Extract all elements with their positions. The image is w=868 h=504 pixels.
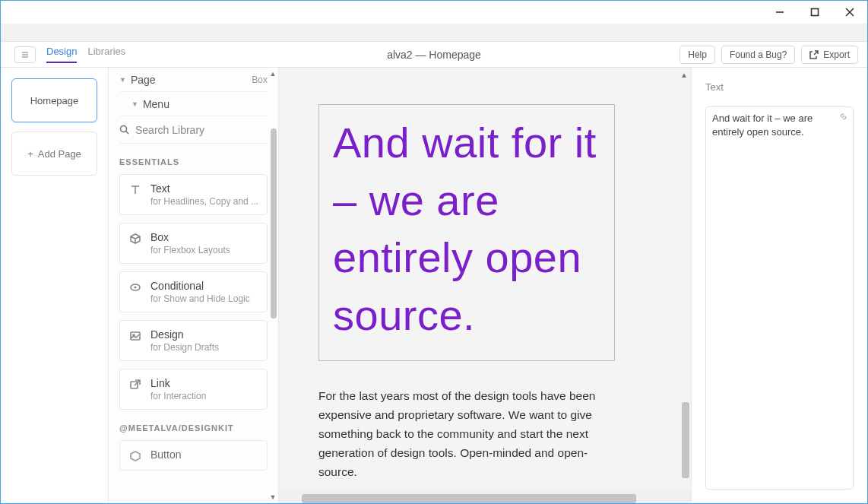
scroll-down-icon[interactable]: ▼ — [269, 493, 277, 501]
export-icon — [809, 50, 819, 59]
component-title: Text — [150, 182, 258, 195]
component-title: Box — [150, 231, 230, 243]
component-sub: for Interaction — [150, 391, 206, 401]
canvas-horizontal-scrollbar[interactable] — [302, 494, 636, 503]
add-page-button[interactable]: + Add Page — [11, 132, 97, 176]
library-scrollbar[interactable] — [271, 128, 277, 319]
svg-point-10 — [135, 287, 137, 289]
component-text[interactable]: Text for Headlines, Copy and ... — [119, 174, 268, 215]
component-sub: for Show and Hide Logic — [150, 293, 250, 304]
help-button[interactable]: Help — [680, 46, 715, 64]
prop-text-field[interactable]: And wait for it – we are entirely open s… — [705, 106, 854, 490]
search-icon — [119, 125, 129, 135]
minimize-button[interactable] — [762, 1, 797, 24]
svg-point-7 — [121, 126, 127, 132]
tab-libraries[interactable]: Libraries — [87, 46, 125, 63]
canvas-horizontal-scrollbar-track — [279, 490, 691, 503]
scroll-up-icon[interactable]: ▲ — [269, 70, 277, 78]
component-sub: for Flexbox Layouts — [150, 245, 230, 255]
properties-panel: Text And wait for it – we are entirely o… — [691, 68, 867, 503]
tree-row-page[interactable]: ▼ Page Box — [119, 68, 268, 92]
minimize-icon — [775, 8, 784, 17]
tree-page-label: Page — [131, 74, 156, 86]
component-conditional[interactable]: Conditional for Show and Hide Logic — [119, 271, 268, 312]
prop-text-value: And wait for it – we are entirely open s… — [712, 113, 813, 138]
search-library[interactable]: Search Library — [119, 116, 268, 144]
component-title: Button — [150, 449, 181, 461]
component-sub: for Headlines, Copy and ... — [150, 196, 258, 207]
component-button[interactable]: Button — [119, 440, 268, 471]
tab-design[interactable]: Design — [46, 46, 77, 63]
headline-text: And wait for it – we are entirely open s… — [333, 114, 600, 344]
topbar: Design Libraries alva2 — Homepage Help F… — [1, 42, 867, 68]
toolbar-band — [1, 24, 867, 42]
export-label: Export — [823, 49, 850, 60]
component-title: Conditional — [150, 280, 250, 292]
close-icon — [845, 8, 854, 17]
component-title: Link — [150, 377, 206, 389]
tree-page-type: Box — [252, 74, 268, 85]
caret-down-icon: ▼ — [119, 76, 126, 84]
page-card-homepage[interactable]: Homepage — [11, 78, 97, 122]
pages-panel: Homepage + Add Page — [1, 68, 109, 503]
component-link[interactable]: Link for Interaction — [119, 369, 268, 410]
conditional-icon — [129, 281, 141, 293]
maximize-button[interactable] — [797, 1, 832, 24]
canvas-scroll-up-icon[interactable]: ▲ — [680, 71, 688, 79]
body-text[interactable]: For the last years most of the design to… — [318, 387, 615, 481]
search-placeholder: Search Library — [135, 124, 204, 136]
bug-button[interactable]: Found a Bug? — [721, 46, 795, 64]
caret-down-icon: ▼ — [131, 100, 138, 108]
tool-chip[interactable] — [14, 46, 36, 63]
canvas-vertical-scrollbar[interactable] — [682, 402, 689, 478]
menu-icon — [21, 50, 30, 59]
component-design[interactable]: Design for Design Drafts — [119, 320, 268, 361]
component-box[interactable]: Box for Flexbox Layouts — [119, 223, 268, 264]
svg-rect-1 — [812, 9, 819, 16]
text-icon — [129, 184, 141, 196]
prop-label-text: Text — [705, 81, 731, 93]
add-page-label: Add Page — [38, 148, 81, 160]
page-card-label: Homepage — [30, 95, 79, 106]
external-link-icon — [129, 379, 141, 391]
svg-rect-11 — [131, 332, 140, 340]
box-icon — [129, 233, 141, 245]
selected-element[interactable]: And wait for it – we are entirely open s… — [318, 104, 615, 361]
help-label: Help — [688, 49, 707, 60]
bug-label: Found a Bug? — [730, 49, 787, 60]
tree-row-menu[interactable]: ▼ Menu — [119, 92, 268, 116]
svg-line-8 — [126, 132, 129, 135]
titlebar — [1, 1, 867, 24]
box-icon — [129, 450, 141, 462]
maximize-icon — [810, 8, 819, 17]
image-icon — [129, 330, 141, 342]
canvas-panel: ▲ And wait for it – we are entirely open… — [279, 68, 691, 503]
component-title: Design — [150, 328, 219, 341]
close-button[interactable] — [832, 1, 867, 24]
plus-icon: + — [27, 148, 33, 160]
link-icon[interactable] — [838, 112, 848, 125]
component-sub: for Design Drafts — [150, 342, 219, 353]
export-button[interactable]: Export — [801, 46, 858, 64]
library-panel: ▲ ▼ ▼ Page Box ▼ Menu Search Library ESS… — [109, 68, 279, 503]
tree-menu-label: Menu — [143, 98, 169, 110]
section-essentials: ESSENTIALS — [119, 157, 268, 166]
section-designkit: @MEETALVA/DESIGNKIT — [119, 423, 268, 433]
